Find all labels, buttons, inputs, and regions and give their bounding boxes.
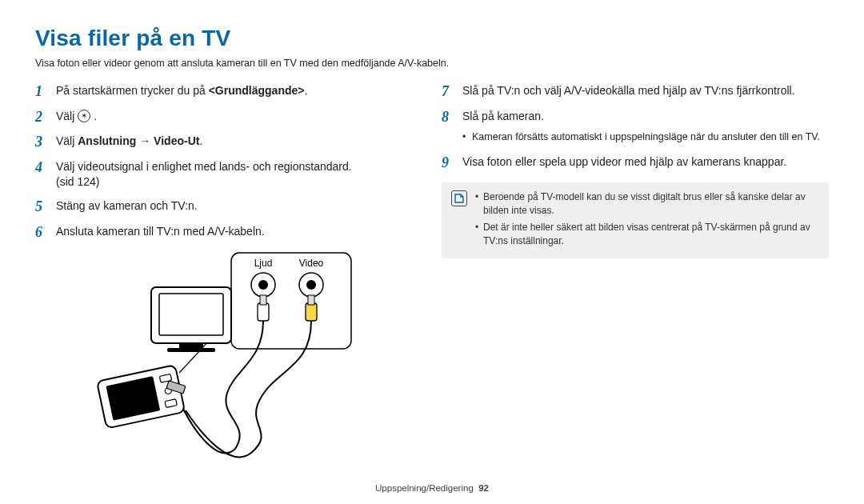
connection-diagram: Ljud Video — [91, 249, 422, 476]
footer-section: Uppspelning/Redigering — [375, 483, 474, 493]
page-footer: Uppspelning/Redigering 92 — [0, 483, 864, 493]
step-text: Slå på kameran. — [462, 110, 544, 122]
step-6: 6 Ansluta kameran till TV:n med A/V-kabe… — [35, 224, 422, 242]
step-text: Välj — [56, 110, 78, 122]
step-5: 5 Stäng av kameran och TV:n. — [35, 198, 422, 216]
page-title: Visa filer på en TV — [35, 26, 829, 51]
note-icon — [451, 190, 467, 206]
audio-label: Ljud — [254, 258, 273, 269]
step-text-end: . — [199, 134, 202, 147]
step-page-ref: (sid 124) — [56, 175, 99, 188]
intro-text: Visa foton eller videor genom att anslut… — [35, 58, 829, 69]
step-9: 9 Visa foton eller spela upp videor med … — [442, 154, 829, 172]
footer-page-number: 92 — [478, 483, 489, 493]
step-number: 7 — [442, 83, 454, 101]
step-number: 2 — [35, 109, 48, 126]
step-text: På startskärmen trycker du på — [56, 84, 209, 97]
step-text: Välj videoutsignal i enlighet med lands-… — [56, 160, 352, 173]
note-box: Beroende på TV-modell kan du se visst di… — [442, 182, 829, 258]
video-label: Video — [299, 258, 324, 269]
step-number: 3 — [35, 134, 48, 151]
step-number: 6 — [35, 224, 48, 242]
note-item: Det är inte heller säkert att bilden vis… — [475, 221, 819, 248]
step-number: 8 — [442, 109, 454, 126]
step-bold: <Grundläggande> — [209, 84, 305, 97]
svg-rect-0 — [231, 253, 351, 349]
step-text-end: . — [304, 84, 307, 97]
svg-point-6 — [306, 280, 316, 290]
step-text: Ansluta kameran till TV:n med A/V-kabeln… — [56, 224, 422, 240]
step-text: Visa foton eller spela upp videor med hj… — [462, 154, 829, 170]
left-column: 1 På startskärmen trycker du på <Grundlä… — [35, 83, 422, 476]
step-text: Stäng av kameran och TV:n. — [56, 198, 422, 214]
step-number: 9 — [442, 154, 454, 172]
step-number: 4 — [35, 159, 48, 177]
svg-rect-13 — [179, 343, 203, 348]
gear-icon — [78, 110, 90, 122]
step-number: 5 — [35, 198, 48, 216]
step-number: 1 — [35, 83, 48, 101]
svg-rect-7 — [258, 303, 269, 321]
step-8: 8 Slå på kameran. Kameran försätts autom… — [442, 109, 829, 146]
svg-rect-9 — [306, 303, 317, 321]
step-bold: Anslutning → Video-Ut — [78, 134, 199, 147]
step-4: 4 Välj videoutsignal i enlighet med land… — [35, 159, 422, 190]
step-text: Slå på TV:n och välj A/V-videokälla med … — [462, 83, 829, 99]
right-column: 7 Slå på TV:n och välj A/V-videokälla me… — [442, 83, 829, 476]
step-7: 7 Slå på TV:n och välj A/V-videokälla me… — [442, 83, 829, 101]
note-item: Beroende på TV-modell kan du se visst di… — [475, 190, 819, 218]
svg-rect-14 — [167, 348, 215, 352]
svg-point-4 — [258, 280, 268, 290]
step-3: 3 Välj Anslutning → Video-Ut. — [35, 134, 422, 151]
svg-rect-12 — [159, 294, 223, 335]
svg-rect-10 — [308, 295, 314, 305]
step-text: Välj — [56, 134, 78, 147]
step-2: 2 Välj . — [35, 109, 422, 126]
svg-rect-8 — [260, 295, 266, 305]
step-text-end: . — [94, 110, 97, 122]
step-subtext: Kameran försätts automatiskt i uppspelni… — [462, 130, 829, 145]
step-1: 1 På startskärmen trycker du på <Grundlä… — [35, 83, 422, 101]
